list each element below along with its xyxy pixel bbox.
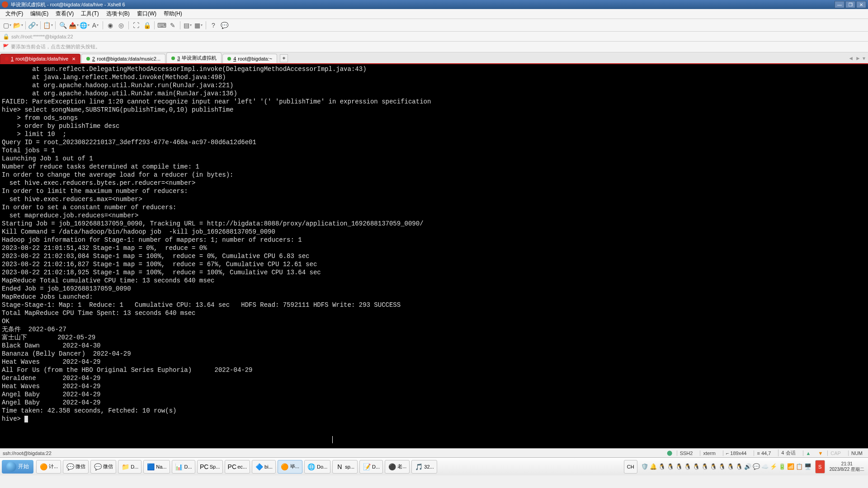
tray-icon[interactable]: 🐧: [710, 463, 717, 470]
menu-item[interactable]: 工具(T): [77, 9, 102, 19]
nav-down-icon[interactable]: ▼: [818, 450, 823, 456]
chat-button[interactable]: 💬: [220, 21, 229, 30]
tray-icon[interactable]: 🖥️: [804, 463, 811, 470]
tray-icon[interactable]: 🐧: [684, 463, 691, 470]
close-button[interactable]: ✕: [856, 1, 866, 8]
tray-icon[interactable]: 🔊: [744, 463, 751, 470]
taskbar-item[interactable]: ⚫老...: [385, 460, 410, 474]
taskbar-item[interactable]: 📁D...: [118, 460, 142, 474]
tray-icon[interactable]: 🐧: [693, 463, 700, 470]
start-button[interactable]: 开始: [2, 460, 33, 474]
separator: [128, 21, 129, 29]
fullscreen-button[interactable]: ⛶: [132, 21, 141, 30]
tray-icon[interactable]: 🔋: [778, 463, 786, 470]
taskbar-item[interactable]: 🟠毕...: [278, 460, 302, 474]
task-label: 微信: [103, 463, 113, 470]
tray-icon[interactable]: 💬: [753, 463, 760, 470]
separator: [180, 21, 180, 29]
lang-indicator[interactable]: CH: [624, 460, 637, 474]
lock-button[interactable]: 🔒: [142, 21, 151, 30]
tray-icon[interactable]: 🐧: [727, 463, 734, 470]
tab-prev-icon[interactable]: ◄: [848, 55, 854, 61]
layout1-button[interactable]: ▤: [183, 21, 192, 30]
taskbar-item[interactable]: 📊D...: [172, 460, 195, 474]
tray-icon[interactable]: 🐧: [736, 463, 743, 470]
tray-icon[interactable]: ☁️: [761, 463, 769, 470]
transfer-button[interactable]: 📤: [69, 21, 78, 30]
separator: [206, 21, 206, 29]
taskbar-item[interactable]: 💬微信: [90, 460, 116, 474]
start-orb-icon: [6, 462, 16, 472]
keyboard-button[interactable]: ⌨: [157, 21, 166, 30]
address-text[interactable]: ssh://root:******@bigdata:22: [11, 34, 73, 39]
font-button[interactable]: A: [91, 21, 100, 30]
tool2-button[interactable]: ◎: [117, 21, 126, 30]
tray-icon[interactable]: 🔔: [650, 463, 657, 470]
menu-item[interactable]: 查看(V): [52, 9, 77, 19]
tab-number: 2: [92, 56, 95, 61]
ssh-indicator: ⬤: [667, 450, 672, 456]
menu-item[interactable]: 选项卡(B): [103, 9, 133, 19]
menu-item[interactable]: 窗口(W): [133, 9, 160, 19]
taskbar-item[interactable]: 🔷bi...: [252, 460, 276, 474]
menu-item[interactable]: 文件(F): [2, 9, 27, 19]
tab-next-icon[interactable]: ►: [855, 55, 861, 61]
taskbar-item[interactable]: 🌐Do...: [304, 460, 330, 474]
tray-icon[interactable]: 🐧: [701, 463, 708, 470]
taskbar-item[interactable]: 💬微信: [63, 460, 89, 474]
layout2-button[interactable]: ▦: [194, 21, 203, 30]
tab-number: 4: [233, 56, 236, 61]
infobar: 🚩 要添加当前会话，点击左侧的箭头按钮。: [0, 42, 868, 52]
tray-icon[interactable]: 🐧: [675, 463, 683, 470]
taskbar-item[interactable]: PCec...: [225, 460, 250, 474]
task-label: Do...: [317, 464, 327, 469]
add-tab-button[interactable]: +: [280, 54, 288, 62]
tab-list-icon[interactable]: ▾: [863, 55, 865, 61]
window-controls: — ❐ ✕: [835, 1, 866, 8]
session-tab[interactable]: 3毕设测试虚拟机: [166, 52, 222, 63]
taskbar-item[interactable]: 🟦Na...: [143, 460, 170, 474]
tray-icon[interactable]: 🐧: [667, 463, 674, 470]
app-icon: 📝: [363, 463, 371, 471]
status-dot-icon: [227, 57, 231, 61]
tray-icon[interactable]: 📋: [796, 463, 803, 470]
open-button[interactable]: 📂: [14, 21, 23, 30]
edit-button[interactable]: ✎: [168, 21, 177, 30]
tool1-button[interactable]: ◉: [106, 21, 115, 30]
app-icon: 📁: [121, 463, 129, 471]
taskbar-item[interactable]: PCSp...: [197, 460, 223, 474]
app-icon: 🎵: [415, 463, 423, 471]
session-tab[interactable]: 1root@bigdata:/data/hive✕: [0, 54, 80, 63]
help-button[interactable]: ?: [209, 21, 218, 30]
tab-close-icon[interactable]: ✕: [72, 56, 75, 61]
tray-icon[interactable]: 📶: [787, 463, 794, 470]
taskbar-item[interactable]: 🟠计...: [36, 460, 61, 474]
status-pos: ≡ 44,7: [754, 450, 774, 456]
new-session-button[interactable]: ▢: [3, 21, 12, 30]
task-label: D...: [131, 464, 138, 469]
taskbar-item[interactable]: 📝D...: [359, 460, 383, 474]
search-button[interactable]: 🔍: [58, 21, 67, 30]
separator: [55, 21, 56, 29]
tray-icon[interactable]: 🐧: [718, 463, 726, 470]
reconnect-button[interactable]: 🔗: [28, 21, 38, 30]
menu-item[interactable]: 编辑(E): [27, 9, 52, 19]
tray-icon[interactable]: ⚡: [770, 463, 777, 470]
clock[interactable]: 21:31 2023/8/22 星期二: [826, 461, 868, 472]
ime-indicator[interactable]: S: [815, 460, 825, 474]
window-title: 毕设测试虚拟机 - root@bigdata:/data/hive - Xshe…: [11, 1, 835, 8]
session-tab[interactable]: 4root@bigdata:~: [222, 54, 277, 63]
tray-icon[interactable]: 🛡️: [641, 463, 648, 470]
app-icon: 🟠: [39, 463, 47, 471]
maximize-button[interactable]: ❐: [845, 1, 855, 8]
tray-icon[interactable]: 🐧: [658, 463, 665, 470]
taskbar-item[interactable]: 🎵32...: [411, 460, 437, 474]
menu-item[interactable]: 帮助(H): [160, 9, 186, 19]
globe-button[interactable]: 🌐: [80, 21, 89, 30]
nav-up-icon[interactable]: ▲: [803, 450, 814, 456]
session-tab[interactable]: 2root@bigdata:/data/music2...: [81, 54, 165, 63]
minimize-button[interactable]: —: [835, 1, 844, 8]
terminal[interactable]: at sun.reflect.DelegatingMethodAccessorI…: [0, 64, 868, 448]
copy-button[interactable]: 📋: [43, 21, 52, 30]
taskbar-item[interactable]: Nsp...: [332, 460, 358, 474]
